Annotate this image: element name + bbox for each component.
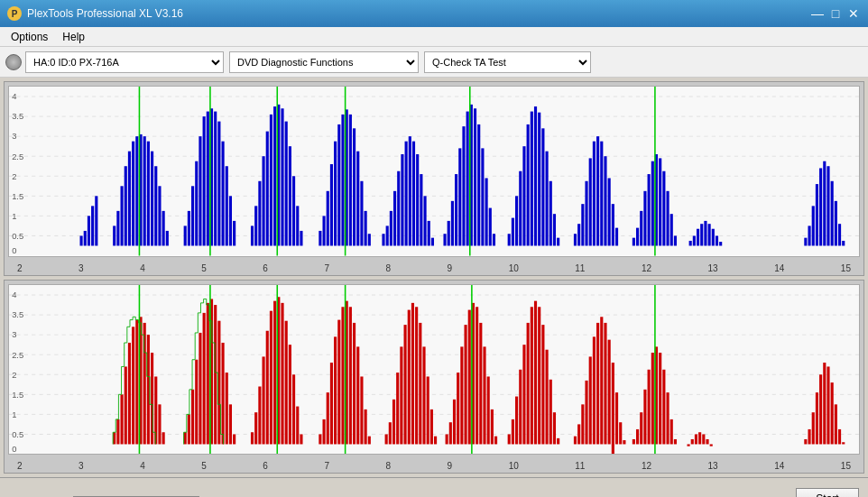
svg-rect-133: [596, 136, 599, 245]
minimize-button[interactable]: —: [810, 6, 825, 21]
svg-text:1: 1: [12, 210, 16, 220]
svg-rect-286: [534, 300, 537, 444]
svg-rect-88: [397, 171, 400, 246]
svg-rect-220: [251, 432, 254, 444]
svg-rect-150: [674, 235, 677, 245]
svg-rect-122: [541, 128, 544, 245]
svg-rect-311: [648, 369, 651, 444]
svg-rect-233: [300, 434, 302, 444]
svg-rect-49: [222, 142, 225, 246]
svg-rect-102: [458, 148, 461, 245]
svg-rect-270: [468, 309, 471, 444]
svg-text:1: 1: [12, 409, 16, 419]
svg-rect-200: [151, 353, 153, 444]
svg-rect-335: [835, 404, 837, 444]
drive-section: HA:0 ID:0 PX-716A: [5, 51, 224, 73]
svg-rect-26: [125, 166, 127, 245]
svg-rect-54: [251, 225, 254, 245]
svg-rect-232: [296, 406, 299, 444]
svg-rect-147: [662, 171, 665, 246]
svg-rect-246: [360, 376, 363, 444]
toolbar: HA:0 ID:0 PX-716A DVD Diagnostic Functio…: [0, 47, 868, 78]
svg-rect-94: [420, 174, 422, 245]
svg-rect-154: [697, 229, 699, 246]
svg-rect-82: [368, 234, 371, 245]
svg-rect-127: [574, 234, 577, 245]
svg-rect-328: [808, 428, 810, 444]
svg-rect-195: [132, 327, 134, 444]
svg-rect-245: [356, 346, 359, 444]
svg-rect-114: [512, 218, 514, 246]
svg-rect-78: [353, 128, 356, 245]
svg-rect-34: [154, 166, 157, 245]
svg-rect-267: [457, 373, 459, 444]
svg-rect-99: [448, 221, 450, 246]
svg-rect-45: [207, 112, 209, 246]
svg-rect-239: [334, 336, 337, 444]
svg-text:3.5: 3.5: [12, 111, 23, 121]
svg-rect-272: [476, 307, 478, 444]
test-select[interactable]: Q-Check TA Test: [424, 51, 591, 73]
svg-rect-324: [702, 434, 705, 444]
svg-text:1.5: 1.5: [12, 389, 23, 399]
svg-rect-103: [462, 126, 465, 245]
svg-rect-248: [368, 436, 371, 444]
svg-rect-255: [404, 325, 407, 444]
svg-rect-237: [327, 392, 329, 444]
svg-rect-24: [116, 211, 119, 246]
menu-options[interactable]: Options: [4, 29, 55, 45]
menu-help[interactable]: Help: [55, 29, 92, 45]
svg-rect-72: [330, 164, 333, 245]
window-controls[interactable]: — □ ✕: [810, 6, 861, 21]
svg-rect-284: [527, 322, 530, 444]
svg-rect-333: [826, 366, 829, 444]
titlebar: P PlexTools Professional XL V3.16 — □ ✕: [0, 0, 868, 27]
svg-rect-23: [113, 225, 115, 245]
svg-rect-282: [519, 369, 522, 444]
svg-rect-158: [712, 229, 715, 246]
controls-right: Start i: [796, 488, 859, 498]
svg-rect-160: [719, 242, 722, 245]
svg-rect-113: [508, 234, 511, 245]
svg-rect-290: [549, 379, 552, 444]
svg-rect-203: [162, 432, 165, 444]
svg-rect-42: [195, 161, 198, 246]
svg-rect-251: [389, 422, 392, 444]
function-select[interactable]: DVD Diagnostic Functions: [229, 51, 419, 73]
svg-rect-325: [706, 438, 708, 444]
drive-select[interactable]: HA:0 ID:0 PX-716A: [25, 51, 224, 73]
start-button[interactable]: Start: [796, 488, 859, 498]
svg-rect-74: [337, 124, 340, 246]
svg-rect-107: [477, 124, 480, 246]
app-icon: P: [7, 6, 22, 21]
svg-rect-41: [191, 186, 194, 245]
svg-rect-170: [838, 224, 841, 245]
svg-text:3: 3: [12, 131, 16, 141]
svg-rect-36: [162, 211, 165, 246]
svg-text:3: 3: [12, 329, 16, 339]
maximize-button[interactable]: □: [828, 6, 843, 21]
svg-rect-93: [416, 154, 419, 245]
svg-rect-238: [330, 363, 333, 444]
svg-rect-192: [121, 394, 124, 444]
svg-rect-310: [643, 389, 646, 444]
close-button[interactable]: ✕: [846, 6, 861, 21]
svg-rect-51: [229, 196, 232, 245]
svg-rect-330: [816, 392, 818, 444]
svg-rect-316: [666, 392, 669, 444]
svg-rect-259: [419, 322, 421, 444]
svg-rect-241: [341, 307, 344, 444]
top-chart: 4 3.5 3 2.5 2 1.5 1 0.5 0: [8, 86, 860, 257]
svg-rect-85: [386, 225, 389, 245]
svg-rect-37: [166, 231, 169, 246]
svg-rect-317: [670, 419, 673, 444]
svg-rect-211: [207, 302, 209, 444]
svg-rect-201: [154, 376, 157, 444]
svg-rect-18: [80, 235, 83, 245]
svg-rect-71: [327, 191, 329, 246]
svg-rect-62: [281, 108, 283, 245]
svg-rect-314: [659, 353, 661, 444]
svg-rect-28: [132, 142, 134, 246]
svg-rect-296: [585, 380, 587, 444]
svg-rect-152: [689, 241, 692, 246]
